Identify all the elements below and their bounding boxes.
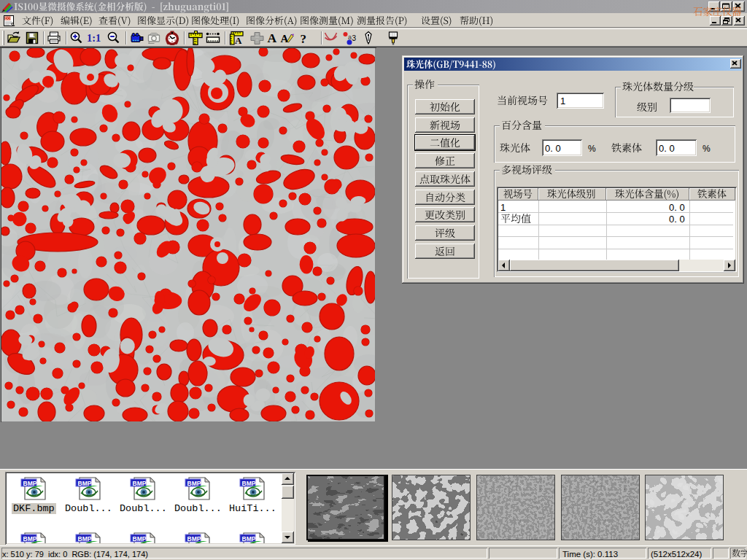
svg-text:1:1: 1:1 — [87, 32, 101, 44]
svg-text:3: 3 — [352, 34, 357, 42]
svg-text:DOC: DOC — [5, 17, 13, 20]
svg-text:?: ? — [301, 32, 307, 46]
svg-text:a: a — [348, 34, 352, 41]
svg-text:A: A — [281, 33, 289, 44]
svg-text:A: A — [235, 35, 242, 45]
svg-text:A: A — [268, 31, 277, 45]
